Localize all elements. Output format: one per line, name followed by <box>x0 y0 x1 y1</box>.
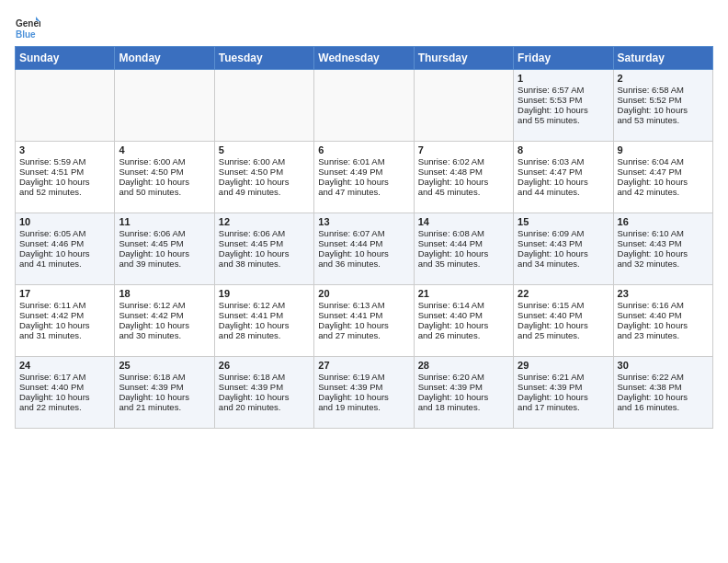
col-header-monday: Monday <box>115 47 214 70</box>
calendar-cell: 30Sunrise: 6:22 AMSunset: 4:38 PMDayligh… <box>613 357 712 429</box>
day-info-line: and 41 minutes. <box>19 259 110 269</box>
day-info-line: Sunrise: 6:00 AM <box>219 156 310 167</box>
day-info-line: and 53 minutes. <box>618 115 709 125</box>
day-info-line: Sunset: 4:39 PM <box>518 382 609 392</box>
day-info-line: Daylight: 10 hours <box>119 248 210 259</box>
day-info-line: Sunset: 4:44 PM <box>318 238 409 248</box>
day-info-line: Sunrise: 6:03 AM <box>518 156 609 167</box>
day-info-line: and 50 minutes. <box>119 187 210 197</box>
calendar-cell: 8Sunrise: 6:03 AMSunset: 4:47 PMDaylight… <box>514 142 613 213</box>
day-info-line: Sunset: 4:38 PM <box>618 382 709 392</box>
day-number: 6 <box>318 144 409 155</box>
day-info-line: Daylight: 10 hours <box>318 320 409 330</box>
day-number: 5 <box>219 144 310 155</box>
day-info-line: Sunset: 4:49 PM <box>318 167 409 177</box>
day-info-line: Daylight: 10 hours <box>318 248 409 259</box>
day-info-line: Sunset: 4:41 PM <box>318 310 409 320</box>
day-info-line: and 23 minutes. <box>618 330 709 340</box>
week-row-1: 3Sunrise: 5:59 AMSunset: 4:51 PMDaylight… <box>16 142 713 213</box>
calendar-cell: 9Sunrise: 6:04 AMSunset: 4:47 PMDaylight… <box>613 142 712 213</box>
day-info-line: Daylight: 10 hours <box>518 105 609 115</box>
day-number: 9 <box>618 144 709 155</box>
day-number: 16 <box>618 216 709 227</box>
day-info-line: Sunrise: 6:16 AM <box>618 300 709 310</box>
day-info-line: and 47 minutes. <box>318 187 409 197</box>
day-number: 21 <box>418 288 509 299</box>
day-info-line: and 34 minutes. <box>518 259 609 269</box>
calendar-cell: 25Sunrise: 6:18 AMSunset: 4:39 PMDayligh… <box>115 357 214 429</box>
day-info-line: and 45 minutes. <box>418 187 509 197</box>
calendar-cell: 29Sunrise: 6:21 AMSunset: 4:39 PMDayligh… <box>514 357 613 429</box>
day-info-line: Daylight: 10 hours <box>618 248 709 259</box>
day-info-line: Daylight: 10 hours <box>119 392 210 402</box>
calendar-cell <box>16 70 115 142</box>
day-info-line: Sunrise: 6:04 AM <box>618 156 709 167</box>
day-info-line: Sunrise: 6:14 AM <box>418 300 509 310</box>
day-number: 29 <box>518 360 609 371</box>
day-info-line: Daylight: 10 hours <box>318 392 409 402</box>
calendar-cell: 12Sunrise: 6:06 AMSunset: 4:45 PMDayligh… <box>214 213 313 285</box>
day-info-line: Daylight: 10 hours <box>19 177 110 187</box>
calendar-cell: 7Sunrise: 6:02 AMSunset: 4:48 PMDaylight… <box>414 142 513 213</box>
day-info-line: Sunrise: 6:15 AM <box>518 300 609 310</box>
calendar-cell: 6Sunrise: 6:01 AMSunset: 4:49 PMDaylight… <box>314 142 414 213</box>
day-number: 20 <box>318 288 409 299</box>
week-row-4: 24Sunrise: 6:17 AMSunset: 4:40 PMDayligh… <box>16 357 713 429</box>
day-info-line: Daylight: 10 hours <box>418 248 509 259</box>
day-number: 27 <box>318 360 409 371</box>
calendar-cell <box>314 70 414 142</box>
day-info-line: Sunrise: 6:57 AM <box>518 85 609 95</box>
day-info-line: Sunrise: 6:09 AM <box>518 228 609 238</box>
calendar-cell: 10Sunrise: 6:05 AMSunset: 4:46 PMDayligh… <box>16 213 115 285</box>
day-info-line: and 55 minutes. <box>518 115 609 125</box>
day-info-line: and 26 minutes. <box>418 330 509 340</box>
calendar-cell: 13Sunrise: 6:07 AMSunset: 4:44 PMDayligh… <box>314 213 414 285</box>
col-header-thursday: Thursday <box>414 47 513 70</box>
day-info-line: and 18 minutes. <box>418 402 509 412</box>
day-info-line: Sunset: 4:41 PM <box>219 310 310 320</box>
calendar-cell: 15Sunrise: 6:09 AMSunset: 4:43 PMDayligh… <box>514 213 613 285</box>
day-number: 30 <box>618 360 709 371</box>
calendar-cell: 3Sunrise: 5:59 AMSunset: 4:51 PMDaylight… <box>16 142 115 213</box>
day-info-line: and 30 minutes. <box>119 330 210 340</box>
day-number: 26 <box>219 360 310 371</box>
day-info-line: and 38 minutes. <box>219 259 310 269</box>
day-info-line: Sunset: 4:47 PM <box>518 167 609 177</box>
logo-svg: General Blue <box>15 15 40 40</box>
day-info-line: Daylight: 10 hours <box>618 320 709 330</box>
calendar-cell: 14Sunrise: 6:08 AMSunset: 4:44 PMDayligh… <box>414 213 513 285</box>
day-info-line: Daylight: 10 hours <box>618 105 709 115</box>
logo: General Blue <box>15 15 40 40</box>
svg-text:Blue: Blue <box>16 29 36 40</box>
day-info-line: Sunset: 4:48 PM <box>418 167 509 177</box>
day-info-line: Sunrise: 6:07 AM <box>318 228 409 238</box>
day-info-line: Daylight: 10 hours <box>219 177 310 187</box>
day-info-line: and 31 minutes. <box>19 330 110 340</box>
day-number: 23 <box>618 288 709 299</box>
day-info-line: Sunset: 4:43 PM <box>518 238 609 248</box>
day-info-line: Sunset: 4:45 PM <box>119 238 210 248</box>
day-info-line: Sunset: 4:50 PM <box>119 167 210 177</box>
day-info-line: Sunset: 4:39 PM <box>219 382 310 392</box>
day-info-line: and 52 minutes. <box>19 187 110 197</box>
calendar-table: SundayMondayTuesdayWednesdayThursdayFrid… <box>15 46 713 429</box>
day-info-line: Sunrise: 6:17 AM <box>19 372 110 382</box>
day-info-line: Sunrise: 6:12 AM <box>119 300 210 310</box>
day-number: 8 <box>518 144 609 155</box>
day-info-line: and 27 minutes. <box>318 330 409 340</box>
header-row: General Blue <box>15 11 713 40</box>
day-info-line: Sunset: 4:39 PM <box>119 382 210 392</box>
col-header-saturday: Saturday <box>613 47 712 70</box>
day-info-line: Daylight: 10 hours <box>219 320 310 330</box>
day-number: 24 <box>19 360 110 371</box>
week-row-3: 17Sunrise: 6:11 AMSunset: 4:42 PMDayligh… <box>16 285 713 357</box>
day-info-line: Sunset: 4:45 PM <box>219 238 310 248</box>
calendar-cell: 21Sunrise: 6:14 AMSunset: 4:40 PMDayligh… <box>414 285 513 357</box>
col-header-sunday: Sunday <box>16 47 115 70</box>
day-info-line: and 49 minutes. <box>219 187 310 197</box>
day-number: 22 <box>518 288 609 299</box>
day-info-line: and 21 minutes. <box>119 402 210 412</box>
day-number: 18 <box>119 288 210 299</box>
calendar-cell: 24Sunrise: 6:17 AMSunset: 4:40 PMDayligh… <box>16 357 115 429</box>
day-number: 7 <box>418 144 509 155</box>
